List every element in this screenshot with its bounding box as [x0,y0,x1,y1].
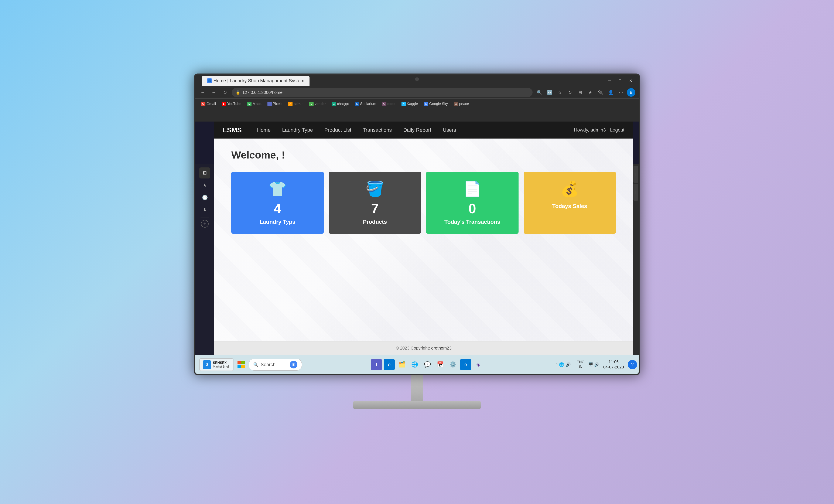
taskbar-search-bar[interactable]: 🔍 Search B [249,359,302,371]
taskbar-icon-skype[interactable]: 💬 [422,359,433,370]
taskbar: S SENSEX Market Brief 🔍 Search [195,355,640,374]
browser-actions: 🔍 🔤 ☆ ↻ ⊞ ★ 🔌 👤 ⋯ B [535,88,635,97]
forward-button[interactable]: → [210,88,218,97]
card-products[interactable]: 🪣 7 Products [329,172,421,234]
help-button[interactable]: ? [628,360,637,369]
bing-expand-button[interactable]: | [634,183,638,201]
sales-icon: 💰 [561,180,579,198]
screen-icon[interactable]: 🖥️ [588,362,593,367]
panel-icon-add[interactable]: + [201,220,208,227]
panel-icon-history[interactable]: 🕐 [199,192,210,203]
tray-network: 🌐 [559,362,564,367]
transactions-icon: 📄 [463,180,482,198]
admin-favicon: A [288,102,292,106]
bing-search-icon: B [290,361,298,369]
refresh-action-button[interactable]: ↻ [566,88,574,97]
bookmark-maps[interactable]: M Maps [245,101,264,107]
refresh-button[interactable]: ↻ [221,88,229,97]
favorites-button[interactable]: ☆ [555,88,564,97]
taskbar-icon-explorer[interactable]: 🗂️ [396,359,408,370]
laundry-types-label: Laundry Typs [260,219,295,225]
system-clock[interactable]: 11:06 04-07-2023 [601,358,626,371]
card-transactions[interactable]: 📄 0 Today's Transactions [426,172,519,234]
bookmark-kaggle[interactable]: K Kaggle [399,101,421,107]
address-bar[interactable]: 🔒 127.0.0.1:8000/home [232,88,532,97]
bookmark-chatgpt[interactable]: C chatgpt [329,101,351,107]
bing-collapse-button[interactable]: | [634,166,638,183]
translate-button[interactable]: 🔤 [545,88,554,97]
bookmark-peace[interactable]: ☮ peace [451,101,471,107]
language-indicator: ENG IN [575,359,586,370]
nav-transactions[interactable]: Transactions [360,125,394,135]
taskbar-right: ^ 🌐 🔊 ENG IN 🖥️ 🔊 11:06 04-07-2023 ? [553,358,637,371]
bookmark-vendor[interactable]: V vendor [307,101,328,107]
collections-button[interactable]: ★ [586,88,595,97]
nav-daily-report[interactable]: Daily Report [401,125,434,135]
system-tray[interactable]: ^ 🌐 🔊 [553,361,573,369]
monitor-wrapper: 🔵 Home | Laundry Shop Managament System … [183,73,651,431]
nav-home[interactable]: Home [255,125,273,135]
svg-rect-1 [241,361,245,365]
chatgpt-favicon: C [332,102,336,106]
address-bar-row: ← → ↻ 🔒 127.0.0.1:8000/home 🔍 🔤 ☆ ↻ ⊞ ★ … [195,86,639,98]
card-sales[interactable]: 💰 Todays Sales [524,172,616,234]
svg-rect-2 [238,365,241,368]
taskbar-icon-edge2[interactable]: e [460,359,471,370]
more-button[interactable]: ⋯ [617,88,625,97]
bookmark-stellarium[interactable]: S Stellarium [352,101,379,107]
tab-bar: 🔵 Home | Laundry Shop Managament System [199,74,312,87]
address-text: 127.0.0.1:8000/home [242,90,283,95]
tray-screen-buttons: 🖥️ 🔊 [588,362,599,367]
minimize-button[interactable]: ─ [606,77,613,85]
bookmark-admin[interactable]: A admin [286,101,306,107]
cards-row: 👕 4 Laundry Typs 🪣 7 Products 📄 [231,172,616,234]
nav-users[interactable]: Users [440,125,459,135]
main-content: Welcome, ! 👕 4 Laundry Typs 🪣 7 Pro [214,138,633,341]
bookmark-odoo[interactable]: O odoo [380,101,398,107]
split-button[interactable]: ⊞ [576,88,585,97]
restore-button[interactable]: □ [616,77,624,85]
bookmark-odoo-label: odoo [388,102,396,106]
close-button[interactable]: ✕ [627,77,635,85]
back-button[interactable]: ← [199,88,207,97]
svg-rect-3 [241,365,245,368]
footer-link[interactable]: oretnom23 [431,346,452,350]
nav-product-list[interactable]: Product List [322,125,354,135]
card-laundry-types[interactable]: 👕 4 Laundry Typs [231,172,324,234]
panel-icon-tabs[interactable]: ⊞ [199,168,210,178]
taskbar-icon-vscode[interactable]: ⚙️ [447,359,458,370]
logout-button[interactable]: Logout [610,127,624,133]
taskbar-icon-calendar[interactable]: 📅 [435,359,446,370]
laundry-types-number: 4 [273,201,281,217]
bookmark-pixels[interactable]: P Pixels [265,101,285,107]
bookmark-youtube[interactable]: ▶ YouTube [219,101,244,107]
panel-icon-favorites[interactable]: ★ [199,180,210,191]
bookmark-chatgpt-label: chatgpt [337,102,349,106]
bing-sidebar: | | [633,164,639,355]
start-button[interactable] [235,359,247,371]
taskbar-icon-vs[interactable]: ◈ [473,359,484,370]
clock-date: 04-07-2023 [603,365,624,370]
laundry-types-icon: 👕 [268,180,287,198]
volume-icon[interactable]: 🔊 [594,362,599,367]
extensions-button[interactable]: 🔌 [596,88,605,97]
panel-icon-downloads[interactable]: ⬇ [199,204,210,216]
bookmark-google-sky[interactable]: G Google Sky [421,101,451,107]
bookmark-maps-label: Maps [253,102,262,106]
taskbar-icon-chrome[interactable]: 🌐 [409,359,420,370]
taskbar-icon-edge[interactable]: e [383,359,395,370]
search-action-button[interactable]: 🔍 [535,88,544,97]
profile-button[interactable]: 👤 [607,88,615,97]
browser-tab-active[interactable]: 🔵 Home | Laundry Shop Managament System [202,75,309,86]
taskbar-sensex-app[interactable]: S SENSEX Market Brief [199,358,234,371]
lang-region: IN [579,365,583,369]
bookmark-gmail[interactable]: G Gmail [199,101,218,107]
search-placeholder: Search [261,362,276,367]
products-number: 7 [371,201,379,217]
google-sky-favicon: G [424,102,428,106]
bing-button[interactable]: B [627,88,635,97]
nav-laundry-type[interactable]: Laundry Type [280,125,315,135]
app-navbar: LSMS Home Laundry Type Product List Tran… [214,122,633,138]
taskbar-icon-teams[interactable]: T [371,359,382,370]
bookmark-pixels-label: Pixels [273,102,282,106]
